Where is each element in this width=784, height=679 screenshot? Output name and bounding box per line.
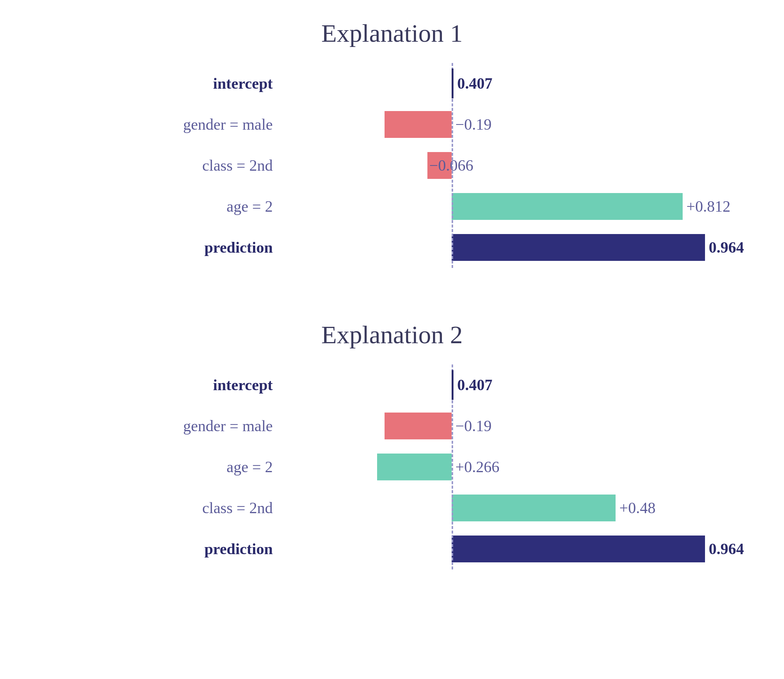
row-gender-2: gender = male −0.19 [168,405,616,446]
bar-class-2 [452,494,616,521]
bar-area-class-1: −0.066 [280,145,616,186]
label-age-1: age = 2 [168,197,280,215]
explanation2-title: Explanation 2 [168,320,616,350]
value-class-2: +0.48 [619,499,656,517]
row-intercept-1: intercept 0.407 [168,63,616,104]
value-class-1: −0.066 [429,156,473,174]
explanation2-section: Explanation 2 intercept 0.407 gender = m… [168,320,616,569]
bar-area-intercept-1: 0.407 [280,63,616,104]
value-prediction-1: 0.964 [709,238,744,257]
row-prediction-1: prediction 0.964 [168,227,616,268]
bar-prediction-1 [452,234,705,261]
bar-area-class-2: +0.48 [280,487,616,529]
value-prediction-2: 0.964 [709,540,744,558]
label-intercept-2: intercept [168,376,280,394]
bar-area-gender-1: −0.19 [280,104,616,145]
explanation1-chart: intercept 0.407 gender = male −0.19 clas… [168,63,616,268]
bar-gender-2 [385,413,452,440]
bar-area-prediction-1: 0.964 [280,227,616,268]
bar-area-prediction-2: 0.964 [280,529,616,569]
label-class-2: class = 2nd [168,499,280,517]
label-prediction-2: prediction [168,540,280,558]
row-intercept-2: intercept 0.407 [168,365,616,405]
bar-area-intercept-2: 0.407 [280,365,616,405]
explanation1-title: Explanation 1 [168,19,616,48]
row-age-2: age = 2 +0.266 [168,446,616,487]
value-intercept-2: 0.407 [457,376,493,394]
row-prediction-2: prediction 0.964 [168,529,616,569]
intercept-tick-2 [452,370,454,400]
value-age-1: +0.812 [686,197,730,215]
label-intercept-1: intercept [168,75,280,92]
row-class-1: class = 2nd −0.066 [168,145,616,186]
value-age-2: +0.266 [455,458,499,476]
row-age-1: age = 2 +0.812 [168,186,616,227]
value-intercept-1: 0.407 [457,75,493,92]
bar-age-2 [377,454,452,480]
value-gender-2: −0.19 [455,417,491,435]
label-gender-1: gender = male [168,116,280,133]
label-class-1: class = 2nd [168,156,280,174]
bar-gender-1 [385,111,452,138]
label-age-2: age = 2 [168,458,280,476]
value-gender-1: −0.19 [455,116,491,133]
label-prediction-1: prediction [168,238,280,257]
row-gender-1: gender = male −0.19 [168,104,616,145]
row-class-2: class = 2nd +0.48 [168,487,616,529]
bar-area-age-2: +0.266 [280,446,616,487]
bar-age-1 [452,193,683,220]
intercept-tick-1 [452,69,454,99]
bar-area-age-1: +0.812 [280,186,616,227]
explanation2-chart: intercept 0.407 gender = male −0.19 age … [168,365,616,569]
bar-area-gender-2: −0.19 [280,405,616,446]
explanation1-section: Explanation 1 intercept 0.407 gender = m… [168,19,616,268]
label-gender-2: gender = male [168,417,280,435]
bar-prediction-2 [452,535,705,562]
